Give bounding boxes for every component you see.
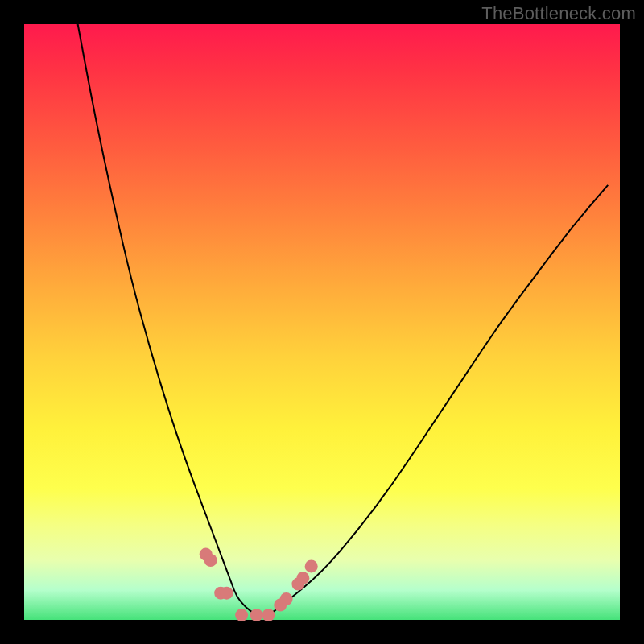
plot-area [24, 24, 620, 620]
curve-marker [280, 592, 293, 605]
curve-marker [204, 554, 217, 567]
marker-group [200, 548, 318, 621]
curve-marker [250, 609, 263, 621]
curve-marker [262, 609, 275, 621]
chart-stage: TheBottleneck.com [0, 0, 644, 644]
curve-marker [305, 559, 318, 572]
curve-marker [235, 609, 248, 621]
watermark-text: TheBottleneck.com [481, 3, 636, 24]
curve-marker [221, 587, 233, 600]
curve-svg [24, 24, 620, 620]
bottleneck-curve [78, 24, 609, 615]
curve-marker [296, 572, 309, 584]
